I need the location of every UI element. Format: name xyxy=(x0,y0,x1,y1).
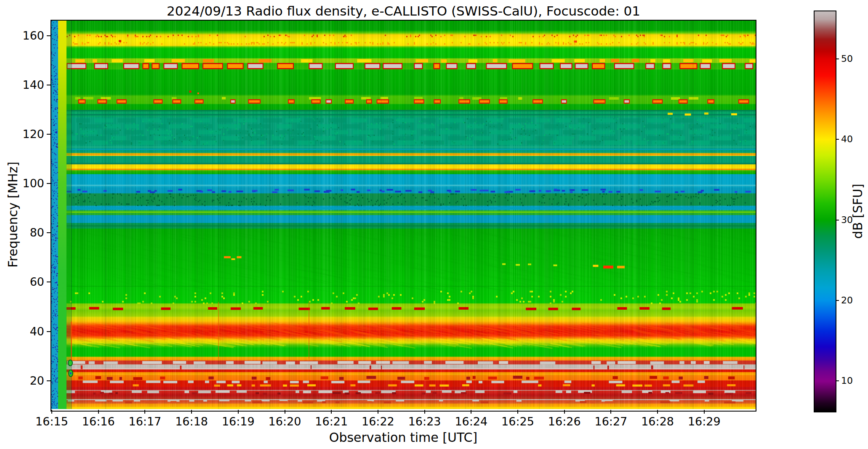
colorbar-tick-label: 50 xyxy=(841,53,853,64)
x-tick-mark xyxy=(378,410,378,414)
x-tick-mark xyxy=(285,410,285,414)
x-tick-mark xyxy=(657,410,658,414)
y-tick-mark xyxy=(47,331,51,332)
colorbar-gradient xyxy=(815,11,836,412)
y-tick-label: 140 xyxy=(11,78,44,91)
y-tick-mark xyxy=(47,134,51,135)
y-tick-label: 60 xyxy=(11,275,44,288)
y-tick-label: 100 xyxy=(11,177,44,190)
y-tick-label: 20 xyxy=(11,374,44,387)
y-tick-mark xyxy=(47,85,51,85)
y-tick-mark xyxy=(47,183,51,184)
x-axis-label: Observation time [UTC] xyxy=(329,430,477,445)
y-tick-label: 40 xyxy=(11,325,44,338)
y-tick-mark xyxy=(47,282,51,282)
spectrogram-canvas xyxy=(51,21,756,409)
chart-title: 2024/09/13 Radio flux density, e-CALLIST… xyxy=(51,3,756,19)
y-tick-label: 80 xyxy=(11,226,44,239)
y-tick-label: 160 xyxy=(11,29,44,42)
x-tick-label: 16:29 xyxy=(675,415,734,428)
x-tick-mark xyxy=(471,410,471,414)
x-tick-mark xyxy=(51,410,52,414)
y-tick-mark xyxy=(47,380,51,381)
colorbar-label: dB [SFU] xyxy=(850,184,865,239)
x-tick-mark xyxy=(610,410,611,414)
x-tick-mark xyxy=(517,410,518,414)
plot-area xyxy=(51,20,756,412)
colorbar-tick-label: 20 xyxy=(841,295,853,306)
y-tick-label: 120 xyxy=(11,128,44,141)
x-tick-mark xyxy=(98,410,99,414)
x-tick-mark xyxy=(144,410,145,414)
x-tick-mark xyxy=(424,410,425,414)
x-tick-mark xyxy=(704,410,705,414)
x-tick-mark xyxy=(564,410,565,414)
y-tick-mark xyxy=(47,35,51,36)
y-tick-mark xyxy=(47,232,51,233)
x-tick-mark xyxy=(238,410,239,414)
x-tick-mark xyxy=(331,410,332,414)
colorbar-tick-label: 40 xyxy=(841,134,853,144)
colorbar-tick-label: 10 xyxy=(841,375,853,386)
figure: 2024/09/13 Radio flux density, e-CALLIST… xyxy=(0,0,868,449)
x-tick-mark xyxy=(191,410,192,414)
colorbar xyxy=(814,11,836,412)
